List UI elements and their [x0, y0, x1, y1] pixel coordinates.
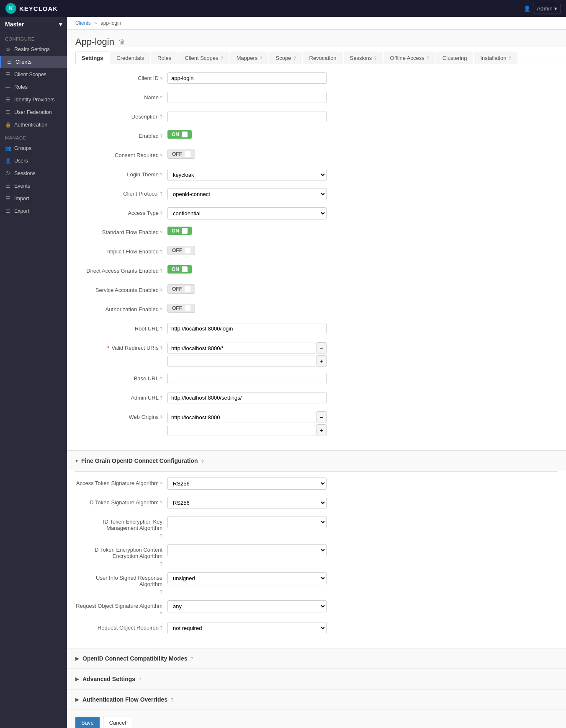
cancel-button[interactable]: Cancel	[103, 717, 132, 728]
authorization-enabled-toggle[interactable]: OFF	[167, 304, 195, 313]
oidc-compat-modes-collapse[interactable]: ▶ OpenID Connect Compatibility Modes ?	[67, 648, 566, 669]
direct-access-toggle[interactable]: ON	[167, 265, 192, 274]
base-url-input[interactable]	[167, 373, 327, 384]
sidebar-item-authentication[interactable]: 🔒 Authentication	[0, 119, 67, 131]
tab-client-scopes[interactable]: Client Scopes ?	[178, 52, 229, 64]
toggle-slider	[182, 132, 188, 137]
sidebar-item-users[interactable]: 👤 Users	[0, 155, 67, 167]
sidebar-item-clients[interactable]: ☰ Clients	[0, 56, 67, 68]
request-object-required-help-icon: ?	[160, 625, 162, 630]
tab-settings[interactable]: Settings	[75, 52, 109, 64]
master-realm-label: Master	[5, 21, 24, 28]
access-token-sig-alg-select[interactable]: RS256RS384RS512ES256	[167, 478, 327, 490]
auth-flow-overrides-collapse[interactable]: ▶ Authentication Flow Overrides ?	[67, 689, 566, 710]
sidebar-item-realm-settings[interactable]: ⚙ Realm Settings	[0, 43, 67, 56]
standard-flow-label: Standard Flow Enabled ?	[75, 227, 167, 235]
client-protocol-select[interactable]: openid-connect saml	[167, 188, 327, 200]
tab-offline-access[interactable]: Offline Access ?	[384, 52, 435, 64]
fine-grain-collapse[interactable]: ▾ Fine Grain OpenID Connect Configuratio…	[67, 450, 566, 471]
id-token-enc-key-mgmt-alg-select[interactable]: RSA-OAEPRSA1_5	[167, 516, 327, 528]
name-input[interactable]	[167, 92, 327, 103]
tab-installation[interactable]: Installation ?	[474, 52, 517, 64]
tab-clustering[interactable]: Clustering	[436, 52, 473, 64]
description-input[interactable]	[167, 111, 327, 122]
implicit-flow-toggle[interactable]: OFF	[167, 246, 195, 255]
root-url-input[interactable]	[167, 323, 327, 334]
admin-url-input[interactable]	[167, 392, 327, 403]
tab-credentials[interactable]: Credentials	[110, 52, 150, 64]
sidebar-item-label: Events	[14, 183, 30, 189]
sidebar-master-realm[interactable]: Master ▾	[0, 17, 67, 32]
clients-icon: ☰	[6, 59, 12, 65]
enabled-toggle[interactable]: ON	[167, 130, 192, 139]
sidebar-item-events[interactable]: ☰ Events	[0, 180, 67, 192]
sidebar-item-client-scopes[interactable]: ☰ Client Scopes	[0, 68, 67, 81]
id-token-enc-content-alg-control: A128CBC-HS256A256CBC-HS512	[167, 544, 327, 556]
web-origin-remove-btn-0[interactable]: −	[316, 411, 327, 423]
oidc-compat-modes-help-icon: ?	[190, 656, 193, 661]
tab-revocation[interactable]: Revocation	[303, 52, 343, 64]
id-token-sig-alg-select[interactable]: RS256RS384RS512ES256	[167, 497, 327, 509]
web-origin-add-btn[interactable]: +	[316, 424, 327, 436]
description-row: Description ?	[75, 111, 558, 124]
implicit-flow-control: OFF	[167, 246, 327, 255]
tab-sessions[interactable]: Sessions ?	[344, 52, 383, 64]
sidebar-item-identity-providers[interactable]: ☰ Identity Providers	[0, 93, 67, 106]
service-accounts-toggle[interactable]: OFF	[167, 284, 195, 294]
valid-redirect-uri-remove-btn-0[interactable]: −	[316, 342, 327, 354]
sidebar-item-user-federation[interactable]: ☰ User Federation	[0, 106, 67, 119]
id-token-enc-key-mgmt-alg-row: ID Token Encryption Key Management Algor…	[75, 516, 558, 538]
authorization-enabled-row: Authorization Enabled ? OFF	[75, 304, 558, 317]
client-id-control	[167, 72, 327, 84]
web-origin-input-0[interactable]	[167, 412, 315, 423]
sidebar-item-label: Groups	[14, 145, 31, 151]
access-type-select[interactable]: confidential public bearer-only	[167, 207, 327, 219]
sidebar-item-label: Sessions	[14, 170, 36, 176]
user-federation-icon: ☰	[5, 109, 11, 115]
advanced-settings-collapse[interactable]: ▶ Advanced Settings ?	[67, 669, 566, 689]
admin-url-help-icon: ?	[160, 395, 162, 400]
advanced-settings-help-icon: ?	[139, 677, 141, 682]
access-type-help-icon: ?	[160, 211, 162, 216]
web-origin-input-1[interactable]	[167, 425, 315, 436]
access-token-sig-alg-label: Access Token Signature Algorithm ?	[75, 478, 167, 486]
tab-roles[interactable]: Roles	[151, 52, 178, 64]
sidebar-item-export[interactable]: ☰ Export	[0, 205, 67, 217]
request-object-sig-alg-label: Request Object Signature Algorithm ?	[75, 600, 167, 616]
login-theme-select[interactable]: keycloak base	[167, 169, 327, 181]
consent-required-toggle[interactable]: OFF	[167, 150, 195, 159]
breadcrumb-clients-link[interactable]: Clients	[75, 20, 91, 26]
id-token-enc-content-alg-select[interactable]: A128CBC-HS256A256CBC-HS512	[167, 544, 327, 556]
login-theme-label: Login Theme ?	[75, 169, 167, 178]
enabled-row: Enabled ? ON	[75, 130, 558, 144]
toggle-slider	[182, 228, 188, 234]
tab-mappers[interactable]: Mappers ?	[230, 52, 269, 64]
direct-access-help-icon: ?	[160, 268, 162, 274]
id-token-enc-content-alg-row: ID Token Encryption Content Encryption A…	[75, 544, 558, 566]
consent-required-row: Consent Required ? OFF	[75, 150, 558, 163]
enabled-help-icon: ?	[160, 134, 162, 139]
save-button[interactable]: Save	[75, 717, 100, 728]
id-token-sig-alg-row: ID Token Signature Algorithm ? RS256RS38…	[75, 497, 558, 510]
standard-flow-toggle[interactable]: ON	[167, 227, 192, 235]
admin-dropdown-button[interactable]: Admin ▾	[533, 4, 561, 13]
valid-redirect-uri-add-btn[interactable]: +	[316, 355, 327, 367]
sidebar-item-roles[interactable]: — Roles	[0, 81, 67, 93]
sidebar-item-sessions[interactable]: ⏱ Sessions	[0, 167, 67, 180]
valid-redirect-uri-input-1[interactable]	[167, 356, 315, 367]
access-token-sig-alg-control: RS256RS384RS512ES256	[167, 478, 327, 490]
sidebar-item-groups[interactable]: 👥 Groups	[0, 142, 67, 155]
valid-redirect-uri-input-0[interactable]	[167, 343, 315, 354]
sidebar-item-import[interactable]: ☰ Import	[0, 192, 67, 205]
name-control	[167, 92, 327, 103]
client-id-input[interactable]	[167, 72, 327, 84]
request-object-sig-alg-select[interactable]: anyRS256RS384RS512none	[167, 600, 327, 612]
id-token-sig-alg-help-icon: ?	[160, 500, 162, 505]
tab-scope[interactable]: Scope ?	[269, 52, 302, 64]
request-object-required-select[interactable]: not requiredrequest onlyrequest_uri only…	[167, 622, 327, 634]
delete-client-icon[interactable]: 🗑	[118, 38, 125, 46]
user-info-signed-response-alg-select[interactable]: unsignedRS256RS384	[167, 572, 327, 584]
user-info-signed-response-alg-control: unsignedRS256RS384	[167, 572, 327, 584]
login-theme-help-icon: ?	[160, 172, 162, 177]
fine-grain-divider	[75, 471, 558, 472]
